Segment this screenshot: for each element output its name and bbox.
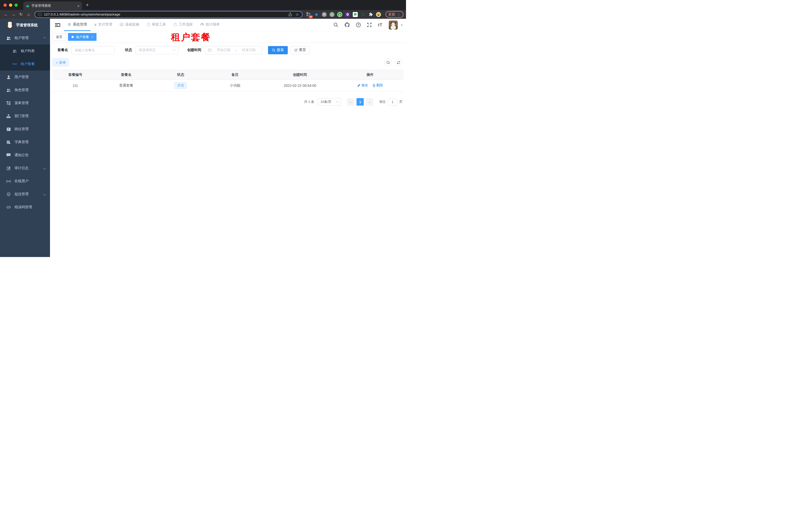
sidebar-item-post-management[interactable]: 岗位管理 xyxy=(0,123,50,136)
sidebar-item-tenant-package[interactable]: 租户套餐 xyxy=(0,58,50,71)
top-nav-devtools[interactable]: 研发工具 xyxy=(143,19,170,31)
extension-gem-icon[interactable]: ◆ xyxy=(314,12,319,17)
sidebar-item-notice[interactable]: 通知公告 xyxy=(0,148,50,162)
top-nav-workflow[interactable]: 工作流程 xyxy=(170,19,197,31)
page-1-button[interactable]: 1 xyxy=(356,98,364,106)
col-created-at: 创建时间 xyxy=(263,70,337,80)
yen-icon: ¥ xyxy=(94,23,96,27)
user-icon xyxy=(6,75,11,79)
name-filter-field[interactable] xyxy=(71,46,115,54)
user-avatar[interactable] xyxy=(389,21,398,29)
sidebar-item-error-code[interactable]: 错误码管理 xyxy=(0,201,50,214)
home-button[interactable]: ⌂ xyxy=(25,11,32,18)
reset-button[interactable]: 重置 xyxy=(290,46,310,54)
fullscreen-icon[interactable] xyxy=(367,23,372,27)
package-icon xyxy=(12,63,17,65)
extensions-puzzle-icon[interactable] xyxy=(368,12,374,17)
sidebar-item-role-management[interactable]: 角色管理 xyxy=(0,84,50,97)
help-icon[interactable]: ? xyxy=(356,23,361,27)
back-button[interactable]: ← xyxy=(2,11,9,18)
top-nav-infrastructure[interactable]: 基础设施 xyxy=(116,19,143,31)
cell-created-at: 2022-02-22 00:54:00 xyxy=(263,80,337,91)
edit-link[interactable]: 修改 xyxy=(357,83,368,88)
user-menu-caret-icon[interactable]: ▾ xyxy=(401,23,403,27)
active-dot-icon xyxy=(71,36,74,38)
extension-command-icon[interactable]: ⌘ xyxy=(322,12,327,17)
reload-button[interactable]: ↻ xyxy=(18,11,25,18)
delete-link[interactable]: 删除 xyxy=(373,83,383,88)
browser-menu-icon[interactable]: ⋮ xyxy=(397,12,401,17)
tab-close-icon[interactable]: × xyxy=(77,4,80,8)
extension-badge: 10 xyxy=(309,15,313,18)
sidebar-item-sms-management[interactable]: 短信管理 xyxy=(0,188,50,201)
new-tab-button[interactable]: + xyxy=(84,1,91,9)
goto-unit: 页 xyxy=(399,100,403,104)
comment-dots-icon xyxy=(6,154,11,157)
sidebar-item-dict-management[interactable]: 字典管理 xyxy=(0,136,50,148)
search-icon[interactable] xyxy=(334,23,338,27)
address-bar[interactable]: i 127.0.0.1:48080/admin-ui/system/tenant… xyxy=(34,11,302,18)
refresh-icon xyxy=(294,49,297,52)
browser-update-button[interactable]: 更新 ⋮ xyxy=(385,11,404,18)
sidebar-item-user-management[interactable]: 用户管理 xyxy=(0,71,50,84)
status-select[interactable]: 请选择状态 xyxy=(136,46,178,54)
date-end-placeholder: 结束日期 xyxy=(239,48,259,52)
tab-close-icon[interactable]: × xyxy=(91,35,93,39)
page-size-select[interactable]: 10条/页 xyxy=(318,98,341,106)
plus-icon: + xyxy=(56,60,58,64)
font-size-icon[interactable]: tT xyxy=(378,23,382,28)
browser-tab[interactable]: 芋道管理系统 × xyxy=(23,1,82,10)
trash-icon xyxy=(373,84,376,87)
shield-check-icon xyxy=(6,192,11,196)
search-button[interactable]: 搜索 xyxy=(268,46,288,54)
top-nav-report[interactable]: 统计报表 xyxy=(197,19,224,31)
tab-home[interactable]: 首页 xyxy=(53,33,66,41)
app-header: ⚙ 系统管理 ¥ 支付管理 基础设施 研发工具 工作流程 xyxy=(50,19,406,31)
site-info-icon[interactable]: i xyxy=(38,12,42,16)
cell-status: 开启 xyxy=(154,80,207,91)
top-nav-system[interactable]: ⚙ 系统管理 xyxy=(64,19,90,31)
extension-icons: ◆10 ◆ ⌘ y ☆ 更新 ⋮ xyxy=(306,11,404,18)
minimize-window-button[interactable] xyxy=(9,3,12,7)
bookmark-star-icon[interactable]: ☆ xyxy=(295,12,299,17)
app-logo: 芋道管理系统 xyxy=(0,19,50,31)
date-range-picker[interactable]: 开始日期 - 结束日期 xyxy=(205,46,262,54)
code-icon xyxy=(6,206,11,209)
extension-star-icon[interactable]: ☆ xyxy=(360,12,366,17)
top-nav-payment[interactable]: ¥ 支付管理 xyxy=(90,19,116,31)
tab-tenant-package[interactable]: 租户套餐 × xyxy=(68,33,96,41)
add-button[interactable]: + 新增 xyxy=(53,59,69,66)
sidebar-menu: 租户管理 租户列表 租户套餐 用户管理 角色管理 xyxy=(0,31,50,214)
profile-avatar-icon[interactable] xyxy=(376,12,381,17)
sidebar-item-tenant-management[interactable]: 租户管理 xyxy=(0,31,50,45)
extension-chat-icon[interactable] xyxy=(353,12,358,17)
zoom-window-button[interactable] xyxy=(14,3,18,7)
goto-page-input[interactable] xyxy=(388,98,397,106)
sidebar-collapse-icon[interactable] xyxy=(55,23,60,27)
extension-y-icon[interactable]: y xyxy=(337,12,342,17)
sidebar-item-menu-management[interactable]: 菜单管理 xyxy=(0,97,50,110)
sidebar-item-dept-management[interactable]: 部门管理 xyxy=(0,110,50,123)
forward-button[interactable]: → xyxy=(10,11,17,18)
name-input[interactable] xyxy=(75,48,112,52)
next-page-button[interactable]: › xyxy=(366,98,373,106)
window-controls[interactable] xyxy=(3,3,18,7)
sidebar-item-audit-log[interactable]: 审计日志 xyxy=(0,162,50,175)
show-search-button[interactable] xyxy=(384,59,392,66)
github-icon[interactable] xyxy=(345,22,350,28)
refresh-table-button[interactable] xyxy=(395,59,402,66)
pencil-icon xyxy=(357,84,360,87)
extension-shield-icon[interactable] xyxy=(345,12,350,17)
url-text[interactable]: 127.0.0.1:48080/admin-ui/system/tenant/p… xyxy=(44,12,286,16)
briefcase-icon xyxy=(174,23,177,26)
select-caret-icon xyxy=(336,100,339,103)
sidebar-item-tenant-list[interactable]: 租户列表 xyxy=(0,45,50,58)
share-icon[interactable] xyxy=(289,12,292,16)
extension-record-icon[interactable] xyxy=(329,12,335,17)
extension-tabs-icon[interactable]: ◆10 xyxy=(306,12,312,17)
prev-page-button[interactable]: ‹ xyxy=(347,98,354,106)
monitor-icon xyxy=(120,23,123,26)
close-window-button[interactable] xyxy=(3,3,7,7)
sidebar-item-online-users[interactable]: 在线用户 xyxy=(0,175,50,188)
select-caret-icon xyxy=(173,48,175,51)
